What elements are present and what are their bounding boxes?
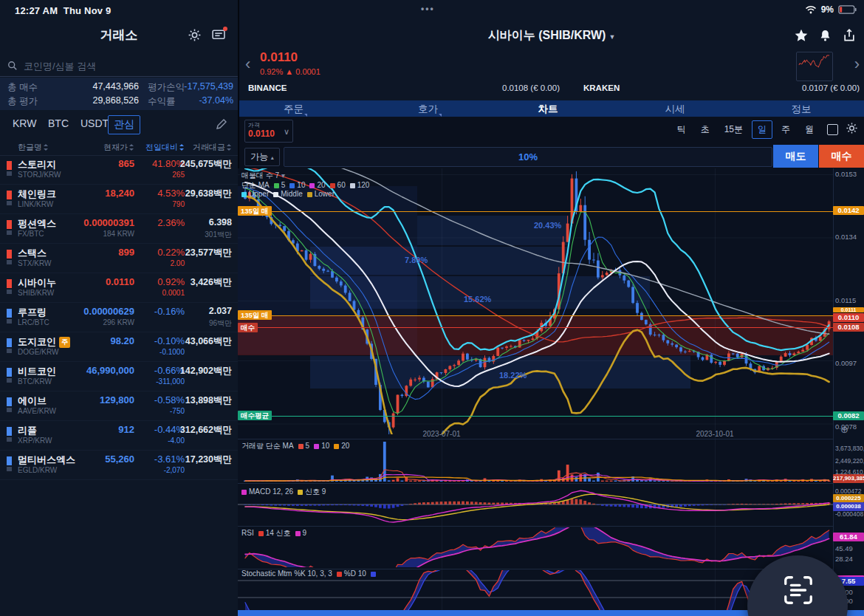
axis-tag-binance: 0.0108: [833, 323, 864, 332]
coin-row[interactable]: 스토리지STORJ/KRW86541.80%265245,675백만: [0, 155, 238, 185]
interval-틱[interactable]: 틱: [671, 120, 692, 139]
interval-월[interactable]: 월: [799, 120, 820, 139]
coin-change: 0.22%: [157, 247, 185, 258]
pane-divider[interactable]: [238, 439, 864, 439]
coin-volume-sub: 301백만: [205, 230, 232, 240]
coin-name: 펑션엑스: [18, 217, 56, 230]
interval-주[interactable]: 주: [775, 120, 796, 139]
tab-3[interactable]: 시세: [665, 103, 685, 116]
search-icon: [7, 61, 18, 71]
coin-list: 스토리지STORJ/KRW86541.80%265245,675백만체인링크LI…: [0, 155, 238, 480]
coin-price: 0.00000629: [83, 306, 134, 317]
total-buy-value: 47,443,966: [44, 81, 139, 92]
coin-row[interactable]: 루프링LRC/BTC0.00000629296 KRW-0.16%2.03796…: [0, 303, 238, 332]
buy-button[interactable]: 매수: [819, 145, 864, 168]
col-price[interactable]: 현재가: [103, 142, 134, 153]
mini-candle-icon: [7, 161, 12, 176]
price-change: 0.92% ▲ 0.0001: [260, 67, 320, 76]
chart-canvas[interactable]: [238, 168, 864, 613]
next-symbol-chevron[interactable]: ›: [854, 55, 860, 74]
ma10-chip: [289, 183, 295, 188]
coin-price: 55,260: [105, 454, 134, 465]
status-time-date: 12:27 AM Thu Nov 9: [15, 5, 111, 16]
coin-row[interactable]: 비트코인BTC/KRW46,990,000-0.66%-311,000142,9…: [0, 362, 238, 391]
bb-middle-chip: [273, 192, 278, 197]
yield-value: -37.04%: [152, 95, 233, 106]
coin-row[interactable]: 펑션엑스FX/BTC0.00000391184 KRW2.36%6.398301…: [0, 214, 238, 244]
sell-button[interactable]: 매도: [773, 145, 818, 168]
col-change[interactable]: 전일대비: [145, 142, 185, 153]
symbol-title-dropdown[interactable]: 시바이누 (SHIB/KRW)▼: [239, 28, 864, 44]
multitask-dots-icon: •••: [421, 4, 435, 14]
current-price: 0.0110: [260, 50, 298, 65]
chevron-down-icon: ▼: [608, 33, 615, 41]
coin-pair: DOGE/KRW: [18, 348, 58, 356]
settings-gear-icon[interactable]: [188, 28, 202, 45]
chat-notice-icon[interactable]: [211, 28, 226, 45]
axis-label: 0.0097: [835, 359, 863, 367]
tab-4[interactable]: 정보: [792, 103, 812, 116]
tab-2[interactable]: 차트: [538, 103, 558, 116]
chart-settings-gear-icon[interactable]: [846, 122, 858, 137]
share-icon[interactable]: [842, 28, 857, 46]
pane-divider[interactable]: [238, 526, 864, 527]
coin-search-input[interactable]: 코인명/심볼 검색: [7, 58, 229, 75]
market-tab-3[interactable]: 관심: [108, 115, 140, 134]
macd-legend: MACD 12, 26신호 9: [241, 487, 326, 497]
price-type-dropdown[interactable]: 가격 0.0110 ∨: [244, 120, 293, 143]
market-tab-1[interactable]: BTC: [43, 115, 74, 131]
coin-row[interactable]: 에이브AAVE/KRW129,800-0.58%-75013,898백만: [0, 391, 238, 421]
coin-row[interactable]: 도지코인주DOGE/KRW98.20-0.10%-0.100043,066백만: [0, 332, 238, 362]
coin-change: -0.16%: [154, 306, 185, 317]
coin-pair: BTC/KRW: [18, 377, 52, 386]
coin-row[interactable]: 스택스STX/KRW8990.22%2.0023,577백만: [0, 244, 238, 273]
tab-1[interactable]: 호가: [418, 103, 442, 117]
tab-0[interactable]: 주문: [284, 103, 307, 117]
wifi-icon: [805, 5, 817, 14]
ma-legend: 단순 MA5102060120: [241, 180, 369, 191]
fullscreen-icon[interactable]: [827, 124, 838, 135]
coin-price: 912: [118, 424, 134, 435]
exchange-name: BINANCE: [248, 83, 287, 92]
coin-volume: 43,066백만: [185, 335, 232, 348]
col-volume[interactable]: 거래대금: [193, 142, 232, 153]
bb-lower-chip: [307, 192, 312, 197]
interval-15분[interactable]: 15분: [719, 120, 749, 139]
axis-tag-upper: 0.0142: [833, 206, 864, 215]
col-name[interactable]: 한글명: [18, 142, 49, 153]
coin-price: 18,240: [105, 188, 134, 199]
interval-일[interactable]: 일: [752, 120, 772, 139]
line-tag-buy: 매수: [238, 323, 258, 332]
coin-row[interactable]: 체인링크LINK/KRW18,2404.53%79029,638백만: [0, 185, 238, 214]
prev-symbol-chevron[interactable]: ‹: [245, 55, 250, 74]
favorite-star-icon[interactable]: [794, 28, 809, 46]
profile-legend[interactable]: 매물대 수 7 ▾: [241, 171, 285, 181]
sidebar: 거래소 코인명/심볼 검색 총 매수 47,443,966 평가손익: [0, 0, 239, 616]
market-tab-0[interactable]: KRW: [7, 115, 41, 131]
coin-row[interactable]: 리플XRP/KRW912-0.44%-4.00312,662백만: [0, 421, 238, 451]
x-axis-date: 2023-10-01: [696, 430, 733, 438]
order-percent-input[interactable]: 10%: [284, 147, 772, 167]
edit-pencil-icon[interactable]: [216, 118, 227, 133]
coin-volume: 6.398: [209, 217, 232, 227]
coin-pair: LINK/KRW: [18, 200, 53, 208]
zone-percent-label: 7.89%: [405, 256, 428, 264]
interval-초[interactable]: 초: [695, 120, 716, 139]
coin-name: 비트코인: [18, 365, 56, 378]
rsi-axis-label: 28.24: [835, 555, 863, 563]
coin-row[interactable]: 시바이누SHIB/KRW0.01100.92%0.00013,426백만: [0, 273, 238, 303]
stochastic-legend: Stochastic Mtm %K 10, 3, 3%D 10: [241, 569, 378, 578]
coin-row[interactable]: 멀티버스엑스EGLD/KRW55,260-3.61%-2,07017,230백만: [0, 451, 238, 480]
text-scan-icon: [781, 573, 815, 607]
mini-candle-icon: [7, 338, 12, 353]
mini-sparkline[interactable]: [796, 52, 833, 81]
coin-volume: 23,577백만: [185, 247, 232, 259]
mini-candle-icon: [7, 279, 12, 294]
mini-candle-icon: [7, 397, 12, 412]
available-balance-button[interactable]: 가능 ▴: [244, 148, 280, 166]
sidebar-title: 거래소: [0, 27, 238, 44]
alert-bell-icon[interactable]: [818, 28, 832, 46]
mini-candle-icon: [7, 250, 12, 264]
coin-name: 도지코인주: [18, 335, 70, 349]
pane-divider[interactable]: [238, 483, 864, 484]
